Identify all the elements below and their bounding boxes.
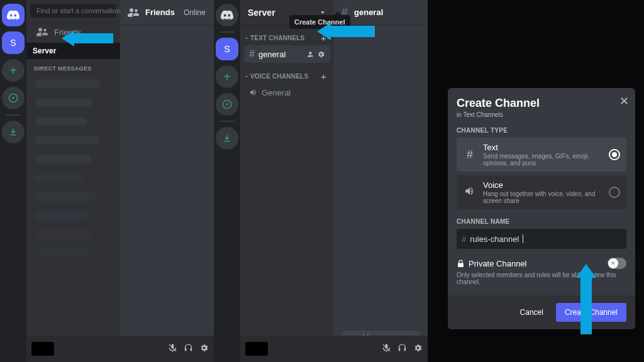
- dm-placeholder: [35, 136, 99, 145]
- friends-title: Friends: [145, 8, 175, 17]
- friends-main: Friends Online: [120, 0, 214, 362]
- friends-icon: [36, 28, 48, 36]
- hash-icon: #: [249, 48, 255, 60]
- dm-placeholder: [35, 192, 96, 201]
- hash-icon: #: [463, 148, 477, 162]
- channel-type-text[interactable]: # Text Send messages, images, GIFs, emoj…: [457, 138, 626, 172]
- dm-placeholder: [35, 211, 87, 220]
- modal-title: Create Channel: [457, 97, 626, 110]
- option-title: Text: [483, 143, 602, 152]
- user-bar: [240, 336, 428, 362]
- download-button[interactable]: [216, 127, 238, 150]
- modal-footer: Cancel Create Channel: [448, 295, 635, 329]
- category-label: VOICE CHANNELS: [250, 73, 308, 80]
- channel-name-value: rules-channel: [470, 234, 519, 244]
- dm-placeholder: [35, 117, 87, 126]
- speaker-icon: [463, 185, 477, 200]
- compass-icon: [8, 93, 18, 103]
- channel-type-voice[interactable]: Voice Hang out together with voice, vide…: [457, 175, 626, 209]
- private-desc: Only selected members and roles will be …: [457, 272, 626, 285]
- category-label: TEXT CHANNELS: [250, 35, 305, 41]
- online-tab[interactable]: Online: [181, 7, 208, 18]
- home-button[interactable]: [216, 4, 238, 26]
- close-button[interactable]: ✕: [619, 94, 629, 108]
- mute-icon[interactable]: [382, 343, 391, 354]
- user-avatar[interactable]: [31, 342, 54, 356]
- settings-icon[interactable]: [199, 343, 209, 354]
- channel-main: # general + Message #general: [334, 0, 428, 362]
- download-button[interactable]: [2, 121, 25, 143]
- add-server-button[interactable]: +: [2, 59, 25, 82]
- speaker-icon: [249, 88, 258, 97]
- server-rail: S +: [214, 0, 240, 362]
- channel-name-input-wrap[interactable]: # rules-channel: [457, 229, 626, 249]
- rail-separator: [6, 114, 21, 116]
- friends-topbar: Friends Online: [120, 0, 214, 25]
- channel-name: general: [258, 50, 303, 59]
- radio-selected[interactable]: [609, 149, 620, 160]
- compass-icon: [222, 99, 232, 109]
- private-toggle[interactable]: [608, 258, 626, 269]
- chevron-down-icon: [244, 74, 249, 79]
- server-pill[interactable]: S: [216, 38, 238, 60]
- voice-channel-general[interactable]: General: [244, 84, 330, 101]
- modal-subtitle: in Text Channels: [457, 111, 626, 118]
- invite-icon[interactable]: [306, 50, 314, 58]
- deafen-icon[interactable]: [397, 343, 407, 354]
- option-desc: Send messages, images, GIFs, emoji, opin…: [483, 153, 602, 167]
- home-button[interactable]: [2, 4, 25, 26]
- rail-separator: [219, 121, 235, 122]
- channel-type-label: CHANNEL TYPE: [457, 127, 626, 134]
- create-channel-modal: ✕ Create Channel in Text Channels CHANNE…: [448, 88, 635, 329]
- explore-button[interactable]: [216, 93, 238, 116]
- explore-button[interactable]: [2, 87, 25, 109]
- dm-search[interactable]: [30, 4, 116, 18]
- dm-placeholder: [35, 173, 82, 182]
- channel-name-label: CHANNEL NAME: [457, 218, 626, 225]
- create-voice-channel-button[interactable]: +: [318, 71, 329, 82]
- gear-icon[interactable]: [317, 50, 325, 58]
- hash-icon: #: [462, 234, 466, 244]
- dm-placeholder: [35, 155, 91, 163]
- radio-unselected[interactable]: [609, 187, 620, 198]
- dm-placeholder: [35, 230, 93, 239]
- dm-search-input[interactable]: [35, 6, 125, 15]
- user-avatar[interactable]: [245, 342, 268, 356]
- channel-title: general: [354, 8, 383, 17]
- option-title: Voice: [483, 180, 602, 190]
- friends-icon: [128, 8, 139, 17]
- server-label: Server: [33, 47, 56, 55]
- voice-channel-name: General: [262, 88, 325, 97]
- dm-header: DIRECT MESSAGES: [26, 59, 120, 74]
- server-pill[interactable]: S: [2, 31, 25, 54]
- download-icon: [8, 127, 18, 137]
- private-channel-row[interactable]: Private Channel: [457, 258, 626, 269]
- channel-sidebar: Server TEXT CHANNELS + # general VOICE C…: [240, 0, 334, 362]
- discord-logo-icon: [221, 10, 233, 20]
- lock-icon: [457, 260, 465, 268]
- channel-general[interactable]: # general: [244, 45, 330, 63]
- dm-placeholder: [35, 249, 89, 258]
- dm-placeholder: [35, 98, 93, 107]
- option-desc: Hang out together with voice, video, and…: [483, 190, 602, 204]
- chevron-down-icon: [244, 36, 249, 41]
- add-server-button[interactable]: +: [216, 65, 238, 88]
- server-rail: S +: [0, 0, 26, 362]
- server-name: Server: [248, 8, 275, 18]
- cancel-button[interactable]: Cancel: [511, 303, 552, 322]
- private-label: Private Channel: [469, 259, 527, 268]
- mute-icon[interactable]: [168, 343, 177, 354]
- deafen-icon[interactable]: [184, 343, 193, 354]
- text-cursor: [523, 234, 523, 243]
- voice-channels-category[interactable]: VOICE CHANNELS +: [240, 63, 334, 83]
- discord-logo-icon: [7, 10, 19, 20]
- dm-sidebar: Friends Server DIRECT MESSAGES: [26, 0, 120, 362]
- dm-placeholder: [35, 79, 101, 88]
- user-bar: [26, 336, 214, 362]
- settings-icon[interactable]: [413, 343, 423, 354]
- download-icon: [222, 133, 232, 143]
- rail-separator: [219, 31, 235, 33]
